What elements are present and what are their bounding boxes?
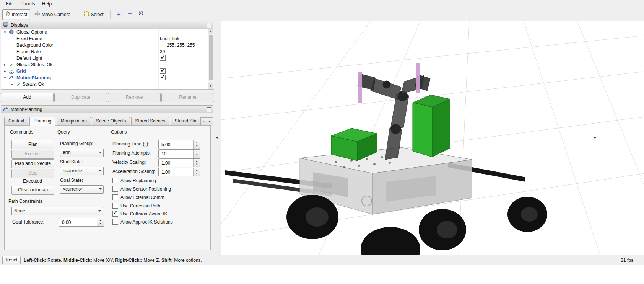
spin-arrows-icon[interactable]: ▴▾ — [193, 159, 200, 167]
velocity-scaling-spinbox[interactable]: ▴▾ — [158, 158, 200, 167]
checkbox[interactable] — [160, 55, 166, 61]
scroll-up-icon[interactable]: ▲ — [208, 29, 213, 34]
collapse-right-panel-handle[interactable]: ▸ — [594, 135, 596, 139]
scrollbar-thumb[interactable] — [209, 35, 213, 80]
menu-help[interactable]: Help — [38, 0, 55, 7]
spin-arrows-icon[interactable]: ▴▾ — [193, 168, 200, 176]
tree-row-background-color[interactable]: Background Color 255; 255; 255 — [1, 42, 214, 49]
move-camera-tool-button[interactable]: Move Camera — [31, 9, 73, 20]
expand-arrow-icon[interactable]: ▸ — [3, 68, 7, 75]
zoom-out-button[interactable]: − — [125, 10, 135, 20]
displays-tree[interactable]: ▾ Global Options Fixed Frame base_link B… — [1, 29, 214, 90]
tree-row-global-options[interactable]: ▾ Global Options — [1, 29, 214, 36]
expand-arrow-icon[interactable]: ▸ — [10, 81, 14, 88]
color-swatch[interactable] — [160, 42, 165, 47]
motionplanning-panel-titlebar[interactable]: MotionPlanning — [1, 105, 213, 114]
commands-group-title: Commands — [10, 129, 33, 135]
background-color-value[interactable]: 255; 255; 255 — [160, 42, 195, 49]
checkbox[interactable] — [112, 211, 118, 217]
tree-row-motionplanning[interactable]: ▾ MotionPlanning — [1, 75, 214, 81]
3d-viewport[interactable]: ▸ — [221, 21, 644, 255]
chevron-down-icon — [99, 170, 102, 173]
planning-attempts-input[interactable] — [161, 150, 194, 157]
use-collision-aware-ik-checkrow[interactable]: Use Collision-Aware IK — [112, 211, 168, 217]
tab-manipulation[interactable]: Manipulation — [57, 117, 91, 126]
planning-group-select[interactable]: arm — [60, 149, 104, 157]
plan-button[interactable]: Plan — [11, 140, 54, 149]
tab-scroll-right-button[interactable]: ▸ — [207, 117, 213, 126]
tree-row-grid[interactable]: ▸ Grid — [1, 68, 214, 75]
velocity-scaling-input[interactable] — [161, 159, 194, 166]
undock-panel-button[interactable] — [207, 107, 211, 112]
checkbox[interactable] — [160, 75, 166, 80]
tree-row-status-ok[interactable]: ▸ ✓ Status: Ok — [1, 81, 214, 88]
collapse-left-panel-handle[interactable]: ◂ — [216, 135, 218, 139]
menu-file[interactable]: File — [2, 0, 17, 7]
undock-panel-button[interactable] — [207, 23, 211, 28]
tree-row-clipped[interactable]: Move Group Namespace — [1, 88, 214, 90]
rename-display-button[interactable]: Rename — [161, 93, 214, 102]
spin-arrows-icon[interactable]: ▴▾ — [97, 218, 104, 226]
planning-attempts-spinbox[interactable]: ▴▾ — [158, 149, 200, 158]
stop-button[interactable]: Stop — [11, 169, 54, 178]
pink-marker-right[interactable] — [416, 63, 420, 93]
checkbox[interactable] — [112, 178, 118, 183]
use-cartesian-path-checkrow[interactable]: Use Cartesian Path — [112, 203, 160, 209]
clear-octomap-button[interactable]: Clear octomap — [11, 186, 54, 195]
path-constraints-select[interactable]: None — [11, 207, 103, 215]
reset-button[interactable]: Reset — [2, 256, 21, 264]
tree-row-fixed-frame[interactable]: Fixed Frame base_link — [1, 36, 214, 42]
allow-approx-ik-checkrow[interactable]: Allow Approx IK Solutions — [112, 219, 173, 225]
spin-arrows-icon[interactable]: ▴▾ — [193, 140, 200, 149]
expand-arrow-icon[interactable]: ▾ — [3, 75, 7, 81]
remove-display-button[interactable]: Remove — [108, 93, 161, 102]
interact-tool-button[interactable]: Interact — [2, 9, 30, 20]
scroll-down-icon[interactable]: ▼ — [208, 83, 213, 89]
goal-tolerance-spinbox[interactable]: ▴▾ — [59, 218, 104, 227]
allow-external-comm-checkrow[interactable]: Allow External Comm. — [112, 194, 166, 200]
focus-camera-button[interactable] — [136, 10, 146, 20]
tree-row-default-light[interactable]: Default Light — [1, 55, 214, 62]
planning-time-spinbox[interactable]: ▴▾ — [158, 140, 200, 149]
checkbox[interactable] — [112, 186, 118, 192]
displays-panel-titlebar[interactable]: Displays — [1, 21, 213, 29]
tree-row-global-status[interactable]: ▸ ✓ Global Status: Ok — [1, 62, 214, 68]
tree-row-frame-rate[interactable]: Frame Rate 30 — [1, 49, 214, 55]
displays-button-row: Add Duplicate Remove Rename — [1, 93, 213, 101]
checkbox[interactable] — [112, 219, 118, 225]
execute-button[interactable]: Execute — [11, 150, 54, 159]
pink-marker-left[interactable] — [358, 72, 362, 103]
goal-state-select[interactable]: <current> — [60, 185, 104, 194]
tab-stored-scenes[interactable]: Stored Scenes — [131, 117, 170, 126]
planning-time-input[interactable] — [161, 141, 194, 148]
tab-scroll-left-button[interactable]: ◂ — [200, 117, 207, 126]
tab-stored-states[interactable]: Stored Stat — [171, 117, 200, 126]
expand-arrow-icon[interactable]: ▾ — [3, 29, 7, 36]
checkbox[interactable] — [112, 203, 118, 209]
tab-scene-objects[interactable]: Scene Objects — [92, 117, 130, 126]
plan-and-execute-button[interactable]: Plan and Execute — [11, 159, 54, 168]
tab-planning[interactable]: Planning — [29, 117, 56, 126]
checkbox[interactable] — [160, 68, 166, 74]
scene-canvas[interactable] — [221, 21, 644, 255]
tab-context[interactable]: Context — [4, 117, 28, 126]
start-state-select[interactable]: <current> — [60, 167, 104, 175]
duplicate-display-button[interactable]: Duplicate — [54, 93, 107, 102]
expand-arrow-icon[interactable]: ▸ — [3, 62, 7, 68]
select-tool-button[interactable]: Select — [81, 9, 106, 20]
menu-panels[interactable]: Panels — [17, 0, 38, 7]
accel-scaling-label: Acceleration Scaling: — [112, 169, 155, 174]
zoom-in-button[interactable]: + — [114, 10, 124, 20]
allow-sensor-positioning-checkrow[interactable]: Allow Sensor Positioning — [112, 186, 171, 192]
tree-scrollbar[interactable]: ▲ ▼ — [208, 29, 214, 89]
spin-arrows-icon[interactable]: ▴▾ — [193, 150, 200, 158]
accel-scaling-spinbox[interactable]: ▴▾ — [158, 168, 200, 176]
add-display-button[interactable]: Add — [1, 93, 54, 102]
accel-scaling-input[interactable] — [161, 168, 194, 176]
allow-replanning-checkrow[interactable]: Allow Replanning — [112, 178, 156, 183]
green-box-right[interactable] — [413, 95, 450, 157]
goal-tolerance-input[interactable] — [61, 219, 98, 226]
fixed-frame-value[interactable]: base_link — [160, 36, 179, 42]
checkbox[interactable] — [112, 194, 118, 200]
interact-label: Interact — [12, 12, 27, 17]
